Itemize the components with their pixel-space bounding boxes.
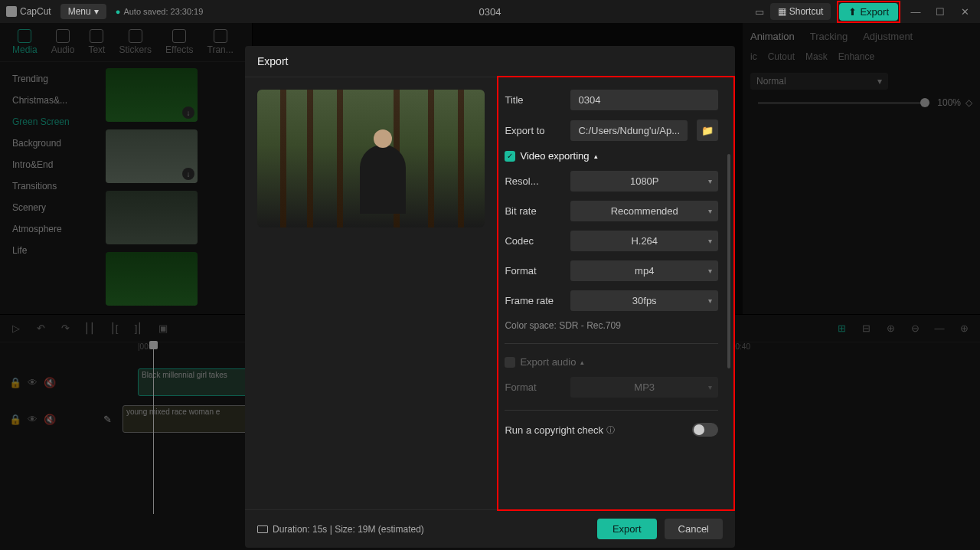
info-icon[interactable]: ⓘ bbox=[606, 424, 615, 436]
resolution-label: Resol... bbox=[505, 175, 564, 187]
format-select[interactable]: mp4 bbox=[570, 260, 718, 281]
chevron-down-icon: ▾ bbox=[94, 6, 99, 17]
app-logo: CapCut bbox=[6, 6, 51, 17]
copyright-toggle[interactable] bbox=[692, 423, 718, 437]
bitrate-label: Bit rate bbox=[505, 205, 564, 217]
close-button[interactable]: ✕ bbox=[956, 2, 974, 21]
titlebar: CapCut Menu ▾ ● Auto saved: 23:30:19 030… bbox=[0, 0, 980, 23]
export-confirm-button[interactable]: Export bbox=[597, 519, 657, 539]
audio-format-select: MP3 bbox=[570, 377, 718, 398]
autosave-status: ● Auto saved: 23:30:19 bbox=[116, 7, 204, 16]
folder-icon[interactable]: 📁 bbox=[697, 119, 718, 141]
scrollbar[interactable] bbox=[727, 154, 730, 368]
app-name: CapCut bbox=[20, 6, 51, 17]
check-icon: ● bbox=[116, 7, 121, 16]
resolution-select[interactable]: 1080P bbox=[570, 171, 718, 192]
codec-label: Codec bbox=[505, 235, 564, 247]
audio-exporting-section[interactable]: Export audio ▴ bbox=[505, 356, 718, 368]
export-button-highlight: ⬆ Export bbox=[837, 1, 900, 23]
project-title: 0304 bbox=[479, 6, 501, 18]
capcut-icon bbox=[6, 6, 17, 17]
export-modal: Export Title Export t bbox=[245, 46, 735, 548]
export-preview bbox=[257, 90, 485, 228]
audio-format-label: Format bbox=[505, 381, 564, 393]
title-label: Title bbox=[505, 94, 564, 106]
divider bbox=[505, 410, 718, 411]
framerate-select[interactable]: 30fps bbox=[570, 290, 718, 311]
copyright-label: Run a copyright check bbox=[505, 424, 603, 436]
framerate-label: Frame rate bbox=[505, 295, 564, 306]
bitrate-select[interactable]: Recommended bbox=[570, 201, 718, 221]
video-exporting-section[interactable]: ✓ Video exporting ▴ bbox=[505, 150, 718, 162]
keyboard-icon: ▦ bbox=[778, 6, 786, 17]
exportto-label: Export to bbox=[505, 125, 564, 136]
exportto-path: C:/Users/Ndung'u/Ap... bbox=[570, 120, 688, 141]
colorspace-note: Color space: SDR - Rec.709 bbox=[505, 320, 718, 331]
codec-select[interactable]: H.264 bbox=[570, 231, 718, 251]
maximize-button[interactable]: ☐ bbox=[931, 2, 949, 21]
export-info: Duration: 15s | Size: 19M (estimated) bbox=[257, 524, 424, 535]
title-input[interactable] bbox=[570, 90, 718, 110]
menu-button[interactable]: Menu ▾ bbox=[60, 4, 106, 19]
modal-title: Export bbox=[245, 46, 735, 77]
checkbox-icon[interactable] bbox=[505, 357, 515, 368]
export-icon: ⬆ bbox=[848, 6, 857, 18]
divider bbox=[505, 343, 718, 344]
film-icon bbox=[257, 525, 268, 533]
aspect-ratio-icon[interactable]: ▭ bbox=[755, 6, 764, 18]
chevron-up-icon: ▴ bbox=[594, 152, 598, 160]
chevron-up-icon: ▴ bbox=[580, 358, 584, 366]
minimize-button[interactable]: — bbox=[906, 2, 925, 21]
cancel-button[interactable]: Cancel bbox=[665, 519, 723, 539]
shortcut-button[interactable]: ▦ Shortcut bbox=[770, 3, 831, 20]
export-button[interactable]: ⬆ Export bbox=[839, 3, 898, 21]
format-label: Format bbox=[505, 265, 564, 277]
checkbox-icon[interactable]: ✓ bbox=[505, 151, 515, 162]
